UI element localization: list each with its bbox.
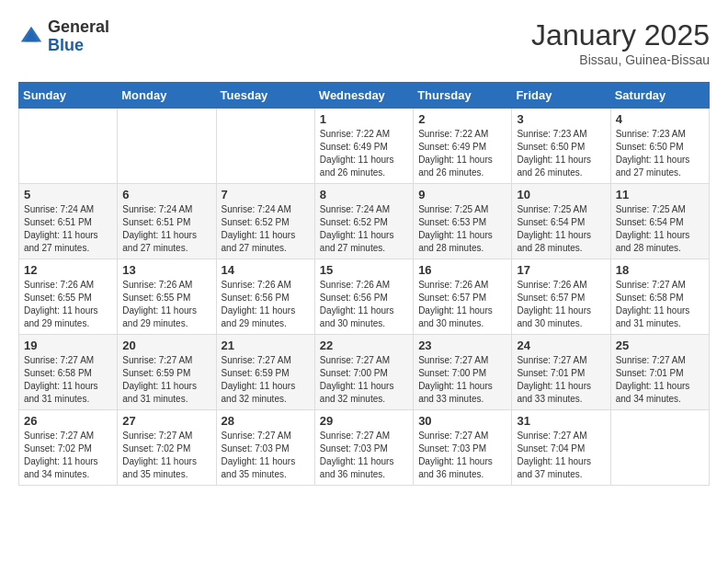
day-info: Sunrise: 7:27 AM Sunset: 6:59 PM Dayligh… xyxy=(222,354,310,406)
day-info: Sunrise: 7:27 AM Sunset: 7:01 PM Dayligh… xyxy=(517,354,605,406)
day-number: 11 xyxy=(616,188,704,201)
calendar-cell: 14Sunrise: 7:26 AM Sunset: 6:56 PM Dayli… xyxy=(216,259,314,335)
day-number: 9 xyxy=(418,188,506,201)
day-number: 2 xyxy=(418,112,506,126)
logo-text: General Blue xyxy=(48,18,109,55)
day-number: 16 xyxy=(418,263,506,277)
calendar-cell: 1Sunrise: 7:22 AM Sunset: 6:49 PM Daylig… xyxy=(314,109,413,184)
day-info: Sunrise: 7:27 AM Sunset: 6:59 PM Dayligh… xyxy=(122,354,210,406)
day-info: Sunrise: 7:24 AM Sunset: 6:51 PM Dayligh… xyxy=(122,203,210,255)
day-number: 14 xyxy=(222,263,310,277)
day-info: Sunrise: 7:26 AM Sunset: 6:57 PM Dayligh… xyxy=(517,279,605,330)
calendar-day-header: Tuesday xyxy=(216,83,314,109)
day-number: 30 xyxy=(418,414,506,428)
calendar-cell: 11Sunrise: 7:25 AM Sunset: 6:54 PM Dayli… xyxy=(610,184,709,259)
day-number: 5 xyxy=(24,188,112,201)
day-number: 27 xyxy=(122,414,210,428)
day-info: Sunrise: 7:23 AM Sunset: 6:50 PM Dayligh… xyxy=(616,128,704,179)
day-number: 6 xyxy=(122,188,210,201)
calendar-cell: 10Sunrise: 7:25 AM Sunset: 6:54 PM Dayli… xyxy=(512,184,610,259)
month-title: January 2025 xyxy=(531,18,710,52)
calendar-week-row: 1Sunrise: 7:22 AM Sunset: 6:49 PM Daylig… xyxy=(19,109,710,184)
day-number: 20 xyxy=(122,339,210,352)
day-info: Sunrise: 7:27 AM Sunset: 7:00 PM Dayligh… xyxy=(320,354,408,406)
calendar-cell xyxy=(118,109,216,184)
logo-blue: Blue xyxy=(48,37,109,55)
calendar-day-header: Sunday xyxy=(19,83,118,109)
calendar-cell: 22Sunrise: 7:27 AM Sunset: 7:00 PM Dayli… xyxy=(314,335,413,410)
day-number: 21 xyxy=(222,339,310,352)
calendar-cell: 5Sunrise: 7:24 AM Sunset: 6:51 PM Daylig… xyxy=(19,184,118,259)
calendar-day-header: Monday xyxy=(118,83,216,109)
calendar-cell: 21Sunrise: 7:27 AM Sunset: 6:59 PM Dayli… xyxy=(216,335,314,410)
calendar-cell: 20Sunrise: 7:27 AM Sunset: 6:59 PM Dayli… xyxy=(118,335,216,410)
calendar-week-row: 5Sunrise: 7:24 AM Sunset: 6:51 PM Daylig… xyxy=(19,184,710,259)
calendar-cell: 12Sunrise: 7:26 AM Sunset: 6:55 PM Dayli… xyxy=(19,259,118,335)
calendar-cell: 13Sunrise: 7:26 AM Sunset: 6:55 PM Dayli… xyxy=(118,259,216,335)
day-number: 23 xyxy=(418,339,506,352)
calendar-cell: 8Sunrise: 7:24 AM Sunset: 6:52 PM Daylig… xyxy=(314,184,413,259)
day-number: 29 xyxy=(320,414,408,428)
day-number: 3 xyxy=(517,112,605,126)
calendar-cell xyxy=(19,109,118,184)
calendar-day-header: Friday xyxy=(512,83,610,109)
day-number: 7 xyxy=(222,188,310,201)
day-number: 1 xyxy=(320,112,408,126)
day-info: Sunrise: 7:25 AM Sunset: 6:54 PM Dayligh… xyxy=(616,203,704,255)
logo: General Blue xyxy=(18,18,109,55)
day-info: Sunrise: 7:26 AM Sunset: 6:56 PM Dayligh… xyxy=(320,279,408,330)
calendar-cell: 16Sunrise: 7:26 AM Sunset: 6:57 PM Dayli… xyxy=(414,259,512,335)
title-block: January 2025 Bissau, Guinea-Bissau xyxy=(531,18,710,67)
location: Bissau, Guinea-Bissau xyxy=(531,52,710,67)
day-info: Sunrise: 7:27 AM Sunset: 7:03 PM Dayligh… xyxy=(222,430,310,481)
calendar-week-row: 26Sunrise: 7:27 AM Sunset: 7:02 PM Dayli… xyxy=(19,410,710,486)
day-info: Sunrise: 7:24 AM Sunset: 6:52 PM Dayligh… xyxy=(320,203,408,255)
day-info: Sunrise: 7:24 AM Sunset: 6:51 PM Dayligh… xyxy=(24,203,112,255)
calendar-cell: 27Sunrise: 7:27 AM Sunset: 7:02 PM Dayli… xyxy=(118,410,216,486)
day-info: Sunrise: 7:27 AM Sunset: 7:00 PM Dayligh… xyxy=(418,354,506,406)
day-info: Sunrise: 7:27 AM Sunset: 7:02 PM Dayligh… xyxy=(24,430,112,481)
day-info: Sunrise: 7:22 AM Sunset: 6:49 PM Dayligh… xyxy=(320,128,408,179)
calendar-table: SundayMondayTuesdayWednesdayThursdayFrid… xyxy=(18,82,710,486)
day-number: 13 xyxy=(122,263,210,277)
day-info: Sunrise: 7:27 AM Sunset: 6:58 PM Dayligh… xyxy=(24,354,112,406)
day-info: Sunrise: 7:27 AM Sunset: 7:02 PM Dayligh… xyxy=(122,430,210,481)
day-number: 10 xyxy=(517,188,605,201)
page-header: General Blue January 2025 Bissau, Guinea… xyxy=(18,18,710,67)
day-info: Sunrise: 7:27 AM Sunset: 6:58 PM Dayligh… xyxy=(616,279,704,330)
calendar-day-header: Wednesday xyxy=(314,83,413,109)
calendar-cell: 15Sunrise: 7:26 AM Sunset: 6:56 PM Dayli… xyxy=(314,259,413,335)
calendar-cell: 31Sunrise: 7:27 AM Sunset: 7:04 PM Dayli… xyxy=(512,410,610,486)
day-info: Sunrise: 7:25 AM Sunset: 6:54 PM Dayligh… xyxy=(517,203,605,255)
calendar-cell: 7Sunrise: 7:24 AM Sunset: 6:52 PM Daylig… xyxy=(216,184,314,259)
calendar-cell: 26Sunrise: 7:27 AM Sunset: 7:02 PM Dayli… xyxy=(19,410,118,486)
day-number: 17 xyxy=(517,263,605,277)
day-info: Sunrise: 7:27 AM Sunset: 7:04 PM Dayligh… xyxy=(517,430,605,481)
day-number: 28 xyxy=(222,414,310,428)
day-info: Sunrise: 7:23 AM Sunset: 6:50 PM Dayligh… xyxy=(517,128,605,179)
day-number: 15 xyxy=(320,263,408,277)
calendar-cell: 4Sunrise: 7:23 AM Sunset: 6:50 PM Daylig… xyxy=(610,109,709,184)
calendar-cell xyxy=(216,109,314,184)
calendar-cell: 18Sunrise: 7:27 AM Sunset: 6:58 PM Dayli… xyxy=(610,259,709,335)
day-info: Sunrise: 7:27 AM Sunset: 7:01 PM Dayligh… xyxy=(616,354,704,406)
calendar-day-header: Saturday xyxy=(610,83,709,109)
calendar-day-header: Thursday xyxy=(414,83,512,109)
day-number: 4 xyxy=(616,112,704,126)
day-number: 22 xyxy=(320,339,408,352)
calendar-week-row: 12Sunrise: 7:26 AM Sunset: 6:55 PM Dayli… xyxy=(19,259,710,335)
calendar-cell: 30Sunrise: 7:27 AM Sunset: 7:03 PM Dayli… xyxy=(414,410,512,486)
day-info: Sunrise: 7:26 AM Sunset: 6:57 PM Dayligh… xyxy=(418,279,506,330)
calendar-cell: 19Sunrise: 7:27 AM Sunset: 6:58 PM Dayli… xyxy=(19,335,118,410)
day-info: Sunrise: 7:27 AM Sunset: 7:03 PM Dayligh… xyxy=(320,430,408,481)
day-number: 25 xyxy=(616,339,704,352)
calendar-cell: 24Sunrise: 7:27 AM Sunset: 7:01 PM Dayli… xyxy=(512,335,610,410)
day-number: 19 xyxy=(24,339,112,352)
logo-icon xyxy=(18,24,44,50)
day-number: 12 xyxy=(24,263,112,277)
calendar-week-row: 19Sunrise: 7:27 AM Sunset: 6:58 PM Dayli… xyxy=(19,335,710,410)
day-info: Sunrise: 7:22 AM Sunset: 6:49 PM Dayligh… xyxy=(418,128,506,179)
calendar-cell: 3Sunrise: 7:23 AM Sunset: 6:50 PM Daylig… xyxy=(512,109,610,184)
calendar-header-row: SundayMondayTuesdayWednesdayThursdayFrid… xyxy=(19,83,710,109)
day-number: 24 xyxy=(517,339,605,352)
